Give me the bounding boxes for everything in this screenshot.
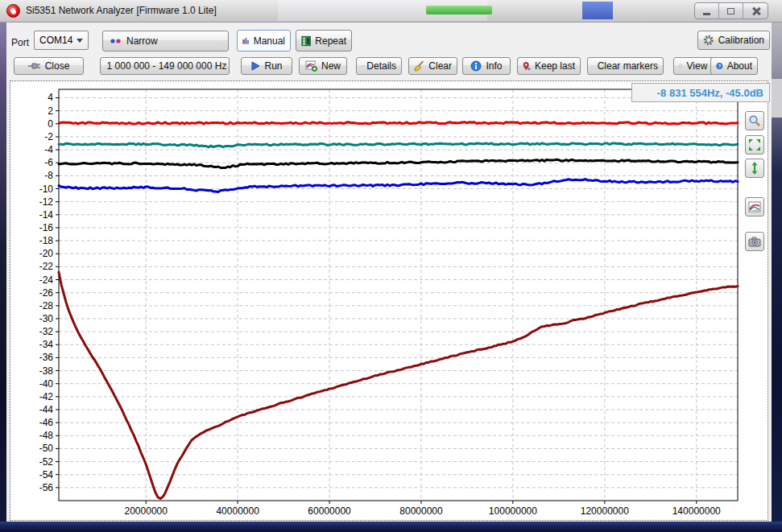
svg-text:-50: -50 xyxy=(39,443,54,454)
desktop-artifact xyxy=(426,6,492,14)
close-window-button[interactable] xyxy=(743,3,768,19)
svg-text:-2: -2 xyxy=(44,131,53,142)
port-select[interactable]: COM14 xyxy=(34,31,89,50)
expand-arrows-icon xyxy=(748,138,761,151)
help-icon: ? xyxy=(716,60,723,72)
svg-text:-36: -36 xyxy=(39,352,54,363)
document-icon xyxy=(679,60,683,72)
svg-text:-42: -42 xyxy=(39,391,54,402)
magnifier-icon xyxy=(748,114,761,127)
svg-text:2: 2 xyxy=(48,105,53,117)
zoom-tool-button[interactable] xyxy=(745,111,764,130)
svg-text:100000000: 100000000 xyxy=(489,505,537,517)
clear-button[interactable]: Clear xyxy=(408,57,457,75)
svg-text:-52: -52 xyxy=(39,456,54,468)
svg-text:-4: -4 xyxy=(44,144,53,155)
vertical-scale-button[interactable] xyxy=(745,159,764,178)
window-frame-left xyxy=(0,23,6,522)
play-plus-icon xyxy=(362,61,362,72)
window-frame-bottom xyxy=(0,522,782,532)
keep-last-button[interactable]: Keep last xyxy=(517,57,581,75)
port-value: COM14 xyxy=(39,35,72,46)
svg-text:-34: -34 xyxy=(39,339,54,350)
vertical-arrows-icon xyxy=(749,162,760,175)
frequency-range-button[interactable]: 1 000 000 - 149 000 000 Hz xyxy=(100,57,230,75)
window-title: Si5351 Network Analyzer [Firmware 1.0 Li… xyxy=(26,5,217,16)
svg-text:-14: -14 xyxy=(39,209,54,221)
svg-text:-6: -6 xyxy=(44,157,53,168)
marker-readout-text: -8 831 554Hz, -45.0dB xyxy=(657,87,763,99)
info-icon xyxy=(470,60,482,72)
window-controls xyxy=(694,2,768,19)
marker-delete-icon xyxy=(593,60,594,72)
app-window: Si5351 Network Analyzer [Firmware 1.0 Li… xyxy=(0,0,782,532)
svg-text:-24: -24 xyxy=(39,274,54,286)
play-icon xyxy=(250,61,260,71)
plug-icon xyxy=(28,62,41,70)
svg-text:-38: -38 xyxy=(39,365,54,377)
svg-text:20000000: 20000000 xyxy=(125,505,168,517)
svg-text:-54: -54 xyxy=(39,469,54,480)
svg-text:-46: -46 xyxy=(39,417,54,428)
window-frame-right xyxy=(772,23,782,522)
svg-text:80000000: 80000000 xyxy=(399,505,443,517)
svg-text:-32: -32 xyxy=(39,326,54,337)
svg-text:-18: -18 xyxy=(39,235,54,246)
marker-pin-icon xyxy=(523,60,531,72)
run-button[interactable]: Run xyxy=(241,57,292,75)
info-button[interactable]: Info xyxy=(462,57,511,75)
details-button[interactable]: Details xyxy=(356,57,402,75)
fit-view-button[interactable] xyxy=(745,135,764,155)
svg-text:-48: -48 xyxy=(39,430,54,441)
minimize-button[interactable] xyxy=(695,3,719,19)
svg-text:60000000: 60000000 xyxy=(308,505,351,517)
film-strip-icon xyxy=(301,35,311,47)
gear-icon xyxy=(703,35,714,46)
svg-text:0: 0 xyxy=(48,118,53,130)
calibration-button[interactable]: Calibration xyxy=(697,31,770,50)
network-analyzer-plot[interactable]: 420-2-4-6-8-10-12-14-16-18-20-22-24-26-2… xyxy=(10,81,768,520)
about-button[interactable]: ? About xyxy=(710,57,758,75)
close-port-button[interactable]: Close xyxy=(14,57,84,75)
svg-text:-20: -20 xyxy=(39,248,54,259)
port-label: Port xyxy=(11,37,29,48)
narrow-button[interactable]: Narrow xyxy=(102,31,229,52)
svg-text:-44: -44 xyxy=(39,404,54,415)
svg-text:120000000: 120000000 xyxy=(581,505,629,517)
svg-text:-28: -28 xyxy=(39,300,54,311)
svg-text:40000000: 40000000 xyxy=(216,505,259,517)
manual-toggle[interactable]: Manual xyxy=(237,30,291,52)
svg-text:-10: -10 xyxy=(39,184,54,195)
maximize-icon xyxy=(727,8,734,14)
broom-icon xyxy=(414,60,424,72)
camera-icon xyxy=(748,237,761,247)
app-icon xyxy=(6,4,20,18)
maximize-button[interactable] xyxy=(719,3,743,19)
svg-text:-26: -26 xyxy=(39,287,54,299)
new-chart-icon xyxy=(305,60,317,72)
chart-icon xyxy=(748,201,761,213)
svg-text:-40: -40 xyxy=(39,378,54,390)
svg-text:4: 4 xyxy=(48,92,53,103)
chevron-down-icon xyxy=(77,39,83,43)
bar-chart-icon xyxy=(242,35,250,47)
svg-text:140000000: 140000000 xyxy=(672,505,721,517)
desktop-artifact xyxy=(582,2,613,19)
svg-text:-8: -8 xyxy=(44,170,53,181)
clear-markers-button[interactable]: Clear markers xyxy=(587,57,664,75)
screenshot-button[interactable] xyxy=(745,232,764,251)
new-button[interactable]: New xyxy=(299,57,347,75)
svg-text:-22: -22 xyxy=(39,261,54,272)
svg-text:-16: -16 xyxy=(39,222,54,233)
minimize-icon xyxy=(703,13,710,15)
chart-mode-button[interactable] xyxy=(745,197,764,217)
chart-panel[interactable]: 420-2-4-6-8-10-12-14-16-18-20-22-24-26-2… xyxy=(10,80,768,521)
svg-text:-30: -30 xyxy=(39,313,54,324)
narrow-dots-icon xyxy=(110,37,122,45)
svg-text:-12: -12 xyxy=(39,196,54,208)
titlebar: Si5351 Network Analyzer [Firmware 1.0 Li… xyxy=(0,0,782,23)
close-icon xyxy=(751,6,760,15)
repeat-toggle[interactable]: Repeat xyxy=(296,30,352,52)
marker-readout: -8 831 554Hz, -45.0dB xyxy=(631,83,770,102)
svg-text:-56: -56 xyxy=(39,482,54,493)
